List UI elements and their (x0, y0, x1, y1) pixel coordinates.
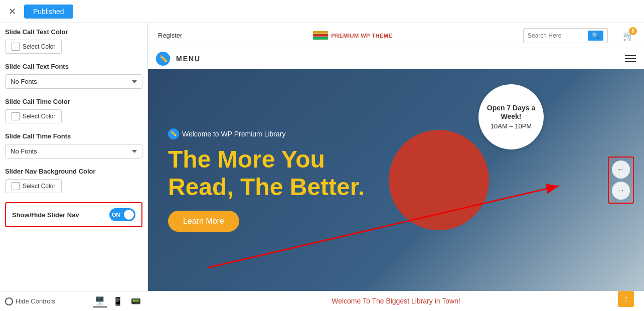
preview-bottom-text: Welcome To The Biggest Library in Town! (332, 297, 460, 305)
hero-title-line1: The More You (168, 146, 325, 173)
hero-title-highlight: Better. (290, 174, 365, 200)
hero-slider: ✏️ Welcome to WP Premium Library The Mor… (148, 69, 644, 291)
section-slide-call-text-fonts: Slide Call Text Fonts No Fonts (5, 63, 142, 89)
toggle-switch[interactable]: ON (109, 208, 135, 221)
toggle-label: Show/Hide Slider Nav (12, 211, 79, 219)
menu-label: MENU (176, 55, 201, 63)
section-title-slide-call-text-color: Slide Call Text Color (5, 28, 142, 36)
section-title-slide-call-time-fonts: Slide Call Time Fonts (5, 132, 142, 140)
next-arrow-button[interactable]: → (612, 182, 630, 200)
nav-pencil-icon: ✏️ (156, 52, 170, 66)
search-bar: 🔍 (523, 28, 608, 43)
section-title-slider-nav-bg: Slider Nav Background Color (5, 168, 142, 175)
hero-title: The More You Read, The Better. (168, 145, 365, 201)
section-slide-call-time-color: Slide Call Time Color Select Color (5, 98, 142, 123)
prev-arrow-button[interactable]: ← (612, 161, 630, 179)
hero-content: ✏️ Welcome to WP Premium Library The Mor… (148, 113, 385, 247)
toggle-thumb (124, 210, 134, 220)
desktop-view-button[interactable]: 🖥️ (93, 295, 107, 307)
hero-red-circle (389, 130, 489, 230)
nav-arrows-container: ← → (608, 157, 634, 204)
section-slider-nav-bg-color: Slider Nav Background Color Select Color (5, 168, 142, 193)
hamburger-line-2 (625, 58, 636, 59)
hero-subtitle: Welcome to WP Premium Library (182, 130, 285, 138)
font-select-text[interactable]: No Fonts (5, 74, 142, 89)
select-color-button-nav[interactable]: Select Color (5, 179, 62, 193)
register-link[interactable]: Register (158, 32, 182, 39)
logo-text: PREMIUM WP THEME (331, 33, 392, 39)
select-color-button-time[interactable]: Select Color (5, 109, 62, 123)
hamburger-line-1 (625, 55, 636, 56)
select-color-label-time: Select Color (23, 113, 55, 120)
published-button[interactable]: Published (24, 5, 73, 19)
mobile-view-button[interactable]: 📟 (129, 295, 143, 307)
hero-title-line2: Read, The (168, 174, 283, 200)
section-slide-call-time-fonts: Slide Call Time Fonts No Fonts (5, 132, 142, 159)
select-color-label-nav: Select Color (23, 183, 55, 190)
open-hours-time: 10AM – 10PM (491, 122, 532, 130)
cart-count: 0 (629, 27, 637, 35)
select-color-button-text[interactable]: Select Color (5, 40, 62, 54)
hamburger-line-3 (625, 61, 636, 62)
site-header: Register PREMIUM WP THEME 🔍 🛒 (148, 23, 644, 48)
hide-controls-label: Hide Controls (16, 297, 55, 305)
circle-icon (5, 297, 13, 305)
preview-area: Register PREMIUM WP THEME 🔍 🛒 (148, 23, 644, 311)
color-swatch-time (12, 112, 20, 120)
device-icons: 🖥️ 📱 📟 (93, 295, 143, 307)
cart-icon[interactable]: 🛒 0 (623, 30, 634, 41)
color-swatch-nav (12, 182, 20, 190)
site-logo: PREMIUM WP THEME (313, 31, 392, 40)
search-input[interactable] (528, 32, 588, 39)
main-area: Slide Call Text Color Select Color Slide… (0, 23, 644, 311)
search-button[interactable]: 🔍 (588, 31, 603, 41)
top-bar: ✕ Published (0, 0, 644, 23)
hero-small-text: ✏️ Welcome to WP Premium Library (168, 128, 365, 139)
hamburger-icon[interactable] (625, 55, 636, 62)
hide-controls-button[interactable]: Hide Controls (5, 297, 55, 305)
section-slide-call-text-color: Slide Call Text Color Select Color (5, 28, 142, 54)
scroll-top-button[interactable]: ↑ (618, 291, 634, 307)
color-swatch (12, 43, 20, 51)
close-button[interactable]: ✕ (5, 5, 19, 19)
open-hours-badge: Open 7 Days a Week! 10AM – 10PM (478, 84, 544, 149)
show-hide-slider-nav-section: Show/Hide Slider Nav ON (5, 202, 142, 227)
section-title-slide-call-text-fonts: Slide Call Text Fonts (5, 63, 142, 70)
section-title-slide-call-time-color: Slide Call Time Color (5, 98, 142, 105)
learn-more-button[interactable]: Learn More (168, 211, 239, 232)
open-hours-title: Open 7 Days a Week! (478, 104, 544, 121)
hero-pencil-icon: ✏️ (168, 128, 179, 139)
bottom-controls-bar: Hide Controls 🖥️ 📱 📟 (0, 291, 148, 311)
site-nav: ✏️ MENU (148, 48, 644, 69)
toggle-on-text: ON (112, 212, 120, 218)
font-select-time[interactable]: No Fonts (5, 144, 142, 159)
left-panel: Slide Call Text Color Select Color Slide… (0, 23, 148, 311)
tablet-view-button[interactable]: 📱 (111, 295, 125, 307)
select-color-label: Select Color (23, 43, 55, 50)
preview-bottom-bar: Welcome To The Biggest Library in Town! (148, 291, 644, 311)
toggle-track[interactable]: ON (109, 208, 135, 221)
